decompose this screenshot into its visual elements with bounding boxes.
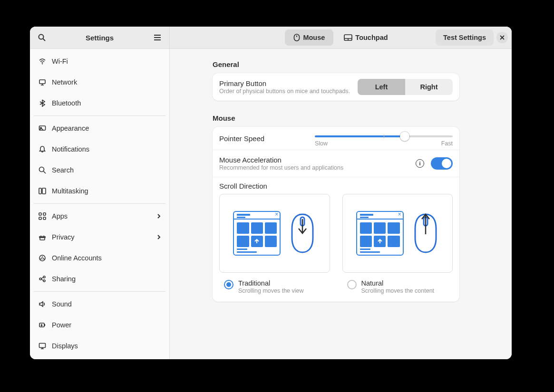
device-tabs: Mouse Touchpad xyxy=(285,29,396,46)
sidebar-item-label: Appearance xyxy=(52,124,89,132)
card-general: Primary Button Order of physical buttons… xyxy=(213,73,459,101)
acceleration-info-button[interactable]: i xyxy=(416,159,424,168)
svg-line-1 xyxy=(43,39,46,41)
pointer-speed-slider[interactable] xyxy=(315,135,453,137)
pointer-speed-label: Pointer Speed xyxy=(219,134,264,143)
pointer-speed-max: Fast xyxy=(441,140,453,147)
sidebar-item-sharing[interactable]: Sharing xyxy=(30,268,169,289)
svg-rect-15 xyxy=(39,213,41,215)
svg-rect-32 xyxy=(294,34,300,41)
sidebar-item-label: Bluetooth xyxy=(52,99,81,107)
svg-point-0 xyxy=(39,35,44,39)
row-pointer-speed: Pointer Speed Slow Fast xyxy=(213,127,459,150)
chevron-right-icon xyxy=(156,213,162,219)
close-button[interactable] xyxy=(496,32,508,43)
tab-mouse[interactable]: Mouse xyxy=(285,29,333,46)
sidebar-item-power[interactable]: Power xyxy=(30,315,169,335)
sidebar-item-notifications[interactable]: Notifications xyxy=(30,139,169,160)
tab-mouse-label: Mouse xyxy=(303,34,325,41)
primary-button-left[interactable]: Left xyxy=(358,79,405,95)
scroll-traditional-sub: Scrolling moves the view xyxy=(238,287,304,294)
network-icon xyxy=(39,78,46,86)
sidebar-nav: Wi-FiNetworkBluetoothAppearanceNotificat… xyxy=(30,49,169,359)
sidebar-item-label: Sound xyxy=(52,300,72,308)
bluetooth-icon xyxy=(39,99,46,107)
app-title: Settings xyxy=(50,34,149,42)
acceleration-sub: Recommended for most users and applicati… xyxy=(219,164,416,171)
sidebar-item-online-accounts[interactable]: Online Accounts xyxy=(30,248,169,268)
menu-button[interactable] xyxy=(149,29,165,46)
settings-window: Settings Wi-FiNetworkBluetoothAppearance… xyxy=(30,27,512,359)
sidebar-item-label: Power xyxy=(52,321,71,329)
acceleration-switch[interactable] xyxy=(431,157,453,170)
card-mouse: Pointer Speed Slow Fast xyxy=(213,127,459,302)
chevron-right-icon xyxy=(156,234,162,240)
displays-icon xyxy=(39,342,46,350)
sidebar-item-label: Network xyxy=(52,78,77,86)
content-area: General Primary Button Order of physical… xyxy=(170,49,512,359)
svg-point-20 xyxy=(39,255,45,261)
scroll-radio-natural[interactable]: Natural Scrolling moves the content xyxy=(342,279,453,294)
sidebar-item-sound[interactable]: Sound xyxy=(30,294,169,315)
bell-icon xyxy=(39,145,46,153)
primary-button-right[interactable]: Right xyxy=(405,79,453,95)
svg-rect-16 xyxy=(43,213,46,215)
touchpad-icon xyxy=(344,34,352,41)
sidebar-item-displays[interactable]: Displays xyxy=(30,335,169,356)
scroll-option-traditional: Traditional Scrolling moves the view xyxy=(219,194,330,294)
scroll-option-natural: Natural Scrolling moves the content xyxy=(342,194,453,294)
primary-button-group: Left Right xyxy=(358,79,453,95)
svg-rect-17 xyxy=(39,217,41,220)
scroll-direction-label: Scroll Direction xyxy=(219,182,453,190)
info-icon: i xyxy=(419,161,420,166)
acceleration-label: Mouse Acceleration xyxy=(219,156,416,164)
sidebar-item-network[interactable]: Network xyxy=(30,72,169,93)
sidebar-item-apps[interactable]: Apps xyxy=(30,206,169,227)
sidebar-item-label: Privacy xyxy=(52,233,75,241)
sidebar: Settings Wi-FiNetworkBluetoothAppearance… xyxy=(30,27,170,359)
sidebar-item-label: Wi-Fi xyxy=(52,57,68,65)
sidebar-item-multitasking[interactable]: Multitasking xyxy=(30,181,169,201)
tab-touchpad[interactable]: Touchpad xyxy=(335,29,396,46)
sound-icon xyxy=(39,300,46,308)
scroll-natural-title: Natural xyxy=(361,279,435,287)
sidebar-item-label: Multitasking xyxy=(52,187,88,195)
switch-knob xyxy=(442,159,451,168)
test-settings-label: Test Settings xyxy=(443,34,486,41)
svg-point-26 xyxy=(43,280,45,282)
sidebar-titlebar: Settings xyxy=(30,27,169,49)
svg-rect-6 xyxy=(39,80,45,84)
appearance-icon xyxy=(39,124,46,132)
primary-button-label: Primary Button xyxy=(219,79,358,87)
sidebar-item-privacy[interactable]: Privacy xyxy=(30,227,169,248)
primary-button-sub: Order of physical buttons on mice and to… xyxy=(219,88,358,95)
sidebar-item-bluetooth[interactable]: Bluetooth xyxy=(30,93,169,114)
sidebar-item-wi-fi[interactable]: Wi-Fi xyxy=(30,51,169,72)
search-button[interactable] xyxy=(34,29,50,46)
radio-icon xyxy=(224,280,233,289)
svg-rect-18 xyxy=(43,217,46,220)
power-icon xyxy=(39,321,46,329)
sidebar-item-appearance[interactable]: Appearance xyxy=(30,118,169,139)
main-titlebar: Mouse Touchpad Test Settings xyxy=(170,27,512,49)
wifi-icon xyxy=(39,57,46,65)
section-mouse-title: Mouse xyxy=(213,114,459,122)
apps-icon xyxy=(39,212,46,220)
section-general-title: General xyxy=(213,60,459,68)
sidebar-item-search[interactable]: Search xyxy=(30,160,169,181)
nav-separator xyxy=(34,115,165,116)
svg-rect-19 xyxy=(40,238,45,240)
svg-rect-13 xyxy=(39,188,41,194)
svg-point-25 xyxy=(43,276,45,278)
nav-separator xyxy=(34,203,165,204)
scroll-radio-traditional[interactable]: Traditional Scrolling moves the view xyxy=(219,279,330,294)
scroll-traditional-title: Traditional xyxy=(238,279,304,287)
svg-rect-29 xyxy=(39,344,46,348)
multitasking-icon xyxy=(39,187,46,195)
sharing-icon xyxy=(39,275,46,283)
test-settings-button[interactable]: Test Settings xyxy=(436,29,494,46)
sidebar-item-label: Online Accounts xyxy=(52,254,102,262)
row-scroll-direction: Scroll Direction xyxy=(213,177,459,302)
scroll-natural-sub: Scrolling moves the content xyxy=(361,287,435,294)
pointer-speed-min: Slow xyxy=(315,140,328,147)
